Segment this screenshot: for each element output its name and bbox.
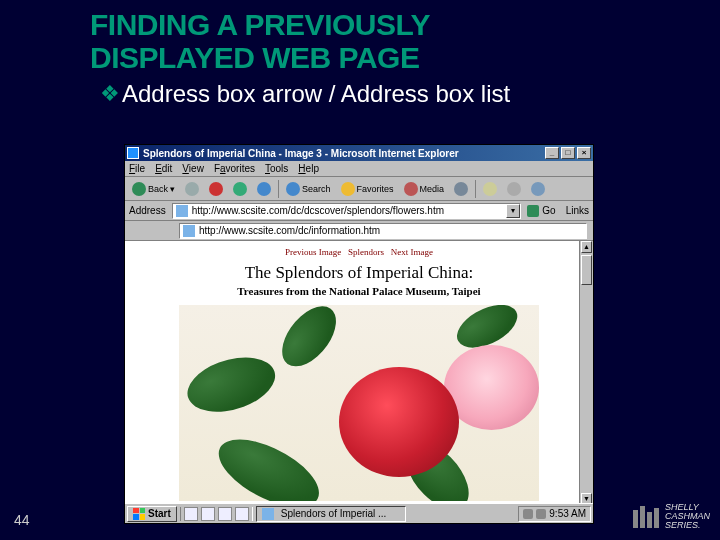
edit-button[interactable] bbox=[528, 180, 548, 198]
stop-button[interactable] bbox=[206, 180, 226, 198]
quick-launch-icon[interactable] bbox=[201, 507, 215, 521]
address-label: Address bbox=[129, 205, 166, 216]
maximize-button[interactable]: □ bbox=[561, 147, 575, 159]
scroll-thumb[interactable] bbox=[581, 255, 592, 285]
address-box-arrow[interactable]: ▾ bbox=[506, 204, 520, 218]
slide-number: 44 bbox=[14, 512, 30, 528]
mail-button[interactable] bbox=[480, 180, 500, 198]
forward-button[interactable] bbox=[182, 180, 202, 198]
menu-edit[interactable]: Edit bbox=[155, 163, 172, 174]
history-icon bbox=[454, 182, 468, 196]
minimize-button[interactable]: _ bbox=[545, 147, 559, 159]
tray-icon[interactable] bbox=[536, 509, 546, 519]
menu-favorites[interactable]: Favorites bbox=[214, 163, 255, 174]
address-list-value: http://www.scsite.com/dc/information.htm bbox=[199, 225, 380, 236]
menubar: File Edit View Favorites Tools Help bbox=[125, 161, 593, 177]
splendors-link[interactable]: Splendors bbox=[348, 247, 384, 257]
print-icon bbox=[507, 182, 521, 196]
search-label: Search bbox=[302, 184, 331, 194]
media-button[interactable]: Media bbox=[401, 180, 448, 198]
tray-icon[interactable] bbox=[523, 509, 533, 519]
home-icon bbox=[257, 182, 271, 196]
window-title: Splendors of Imperial China - Image 3 - … bbox=[143, 148, 459, 159]
close-button[interactable]: × bbox=[577, 147, 591, 159]
search-button[interactable]: Search bbox=[283, 180, 334, 198]
next-image-link[interactable]: Next Image bbox=[391, 247, 433, 257]
clock: 9:53 AM bbox=[549, 508, 586, 519]
home-button[interactable] bbox=[254, 180, 274, 198]
go-label: Go bbox=[542, 205, 555, 216]
slide-title-line1: FINDING A PREVIOUSLY bbox=[90, 8, 720, 41]
quick-launch-icon[interactable] bbox=[184, 507, 198, 521]
print-button[interactable] bbox=[504, 180, 524, 198]
menu-help[interactable]: Help bbox=[298, 163, 319, 174]
slide-title-line2: DISPLAYED WEB PAGE bbox=[90, 41, 720, 74]
menu-view[interactable]: View bbox=[182, 163, 204, 174]
search-icon bbox=[286, 182, 300, 196]
mail-icon bbox=[483, 182, 497, 196]
prev-image-link[interactable]: Previous Image bbox=[285, 247, 341, 257]
bullet-diamond-icon: ❖ bbox=[100, 81, 120, 107]
address-list-item[interactable]: http://www.scsite.com/dc/information.htm bbox=[179, 223, 587, 239]
address-box-list: http://www.scsite.com/dc/information.htm bbox=[125, 221, 593, 241]
stop-icon bbox=[209, 182, 223, 196]
refresh-icon bbox=[233, 182, 247, 196]
page-subheading: Treasures from the National Palace Museu… bbox=[133, 285, 585, 297]
back-button[interactable]: Back ▾ bbox=[129, 180, 178, 198]
page-icon bbox=[183, 225, 195, 237]
page-icon bbox=[176, 205, 188, 217]
go-icon bbox=[527, 205, 539, 217]
menu-tools[interactable]: Tools bbox=[265, 163, 288, 174]
forward-arrow-icon bbox=[185, 182, 199, 196]
favorites-label: Favorites bbox=[357, 184, 394, 194]
address-value: http://www.scsite.com/dc/dcscover/splend… bbox=[192, 205, 444, 216]
quick-launch-icon[interactable] bbox=[218, 507, 232, 521]
scroll-up-arrow-icon[interactable]: ▲ bbox=[581, 241, 592, 253]
branding: SHELLY CASHMAN SERIES. bbox=[633, 503, 710, 530]
browser-window: Splendors of Imperial China - Image 3 - … bbox=[124, 144, 594, 524]
address-box[interactable]: http://www.scsite.com/dc/dcscover/splend… bbox=[172, 203, 522, 219]
vertical-scrollbar[interactable]: ▲ ▼ bbox=[579, 241, 593, 505]
ie-icon bbox=[127, 147, 139, 159]
links-label[interactable]: Links bbox=[560, 205, 589, 216]
quick-launch-icon[interactable] bbox=[235, 507, 249, 521]
menu-file[interactable]: File bbox=[129, 163, 145, 174]
taskbar-active-window[interactable]: Splendors of Imperial ... bbox=[256, 506, 406, 522]
slide-bullet-text: Address box arrow / Address box list bbox=[122, 80, 510, 108]
page-heading: The Splendors of Imperial China: bbox=[133, 263, 585, 283]
books-icon bbox=[633, 506, 659, 528]
favorites-button[interactable]: Favorites bbox=[338, 180, 397, 198]
ie-icon bbox=[262, 508, 274, 520]
system-tray: 9:53 AM bbox=[518, 506, 591, 522]
quick-launch bbox=[180, 507, 253, 521]
refresh-button[interactable] bbox=[230, 180, 250, 198]
taskbar: Start Splendors of Imperial ... 9:53 AM bbox=[125, 503, 593, 523]
windows-logo-icon bbox=[133, 508, 145, 520]
task-label: Splendors of Imperial ... bbox=[281, 508, 387, 519]
address-bar: Address http://www.scsite.com/dc/dcscove… bbox=[125, 201, 593, 221]
page-nav-links: Previous Image Splendors Next Image bbox=[133, 245, 585, 263]
start-label: Start bbox=[148, 508, 171, 519]
media-label: Media bbox=[420, 184, 445, 194]
toolbar: Back ▾ Search Favorites Media bbox=[125, 177, 593, 201]
start-button[interactable]: Start bbox=[127, 506, 177, 522]
star-icon bbox=[341, 182, 355, 196]
history-button[interactable] bbox=[451, 180, 471, 198]
titlebar[interactable]: Splendors of Imperial China - Image 3 - … bbox=[125, 145, 593, 161]
media-icon bbox=[404, 182, 418, 196]
slide-title: FINDING A PREVIOUSLY DISPLAYED WEB PAGE bbox=[0, 0, 720, 74]
edit-icon bbox=[531, 182, 545, 196]
go-button[interactable]: Go bbox=[523, 205, 559, 217]
back-arrow-icon bbox=[132, 182, 146, 196]
painting-image bbox=[179, 305, 539, 501]
slide-bullet: ❖ Address box arrow / Address box list bbox=[0, 74, 720, 108]
page-viewport: Previous Image Splendors Next Image The … bbox=[125, 241, 593, 505]
brand-text: SHELLY CASHMAN SERIES. bbox=[665, 503, 710, 530]
back-label: Back bbox=[148, 184, 168, 194]
